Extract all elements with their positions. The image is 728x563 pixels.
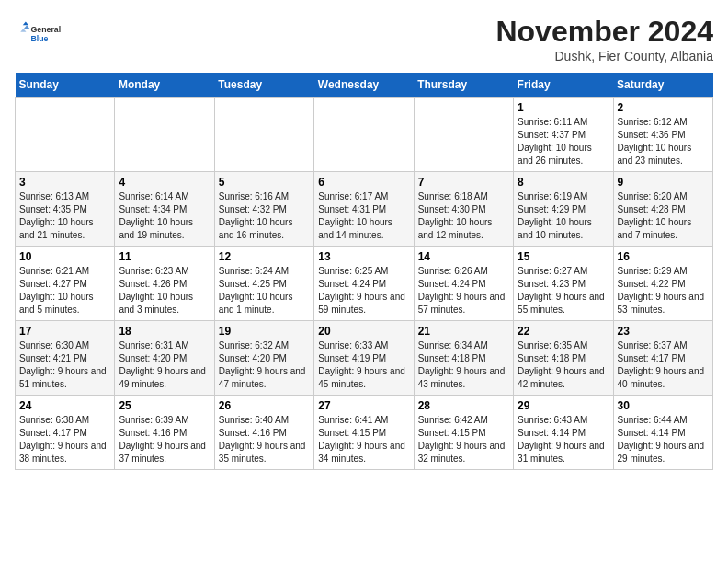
- day-number: 2: [618, 101, 709, 114]
- day-info: Sunrise: 6:17 AM Sunset: 4:31 PM Dayligh…: [318, 190, 409, 242]
- day-number: 6: [318, 176, 409, 189]
- day-cell: [314, 98, 414, 172]
- day-info: Sunrise: 6:21 AM Sunset: 4:27 PM Dayligh…: [19, 265, 110, 316]
- svg-marker-4: [20, 29, 26, 32]
- day-cell: 19Sunrise: 6:32 AM Sunset: 4:20 PM Dayli…: [214, 321, 313, 396]
- day-number: 18: [119, 325, 210, 338]
- day-number: 9: [618, 176, 709, 189]
- day-number: 28: [418, 399, 509, 412]
- day-cell: [414, 98, 513, 172]
- header-sunday: Sunday: [16, 73, 115, 98]
- day-cell: 22Sunrise: 6:35 AM Sunset: 4:18 PM Dayli…: [514, 321, 613, 396]
- day-cell: 3Sunrise: 6:13 AM Sunset: 4:35 PM Daylig…: [16, 172, 115, 247]
- day-cell: 2Sunrise: 6:12 AM Sunset: 4:36 PM Daylig…: [613, 98, 712, 172]
- day-info: Sunrise: 6:31 AM Sunset: 4:20 PM Dayligh…: [119, 339, 210, 391]
- day-number: 3: [19, 176, 110, 189]
- day-info: Sunrise: 6:39 AM Sunset: 4:16 PM Dayligh…: [119, 414, 210, 465]
- day-number: 30: [618, 399, 709, 412]
- day-cell: 17Sunrise: 6:30 AM Sunset: 4:21 PM Dayli…: [16, 321, 115, 396]
- day-info: Sunrise: 6:12 AM Sunset: 4:36 PM Dayligh…: [618, 116, 709, 167]
- header-wednesday: Wednesday: [314, 73, 414, 98]
- day-cell: 10Sunrise: 6:21 AM Sunset: 4:27 PM Dayli…: [16, 247, 115, 321]
- day-number: 23: [618, 325, 709, 338]
- day-cell: 27Sunrise: 6:41 AM Sunset: 4:15 PM Dayli…: [314, 396, 414, 470]
- logo: General Blue: [15, 15, 61, 52]
- day-cell: 9Sunrise: 6:20 AM Sunset: 4:28 PM Daylig…: [613, 172, 712, 247]
- day-cell: 29Sunrise: 6:43 AM Sunset: 4:14 PM Dayli…: [514, 396, 613, 470]
- day-info: Sunrise: 6:20 AM Sunset: 4:28 PM Dayligh…: [618, 190, 709, 242]
- day-cell: [214, 98, 313, 172]
- day-number: 17: [19, 325, 110, 338]
- day-number: 4: [119, 176, 210, 189]
- calendar-subtitle: Dushk, Fier County, Albania: [495, 49, 713, 63]
- day-cell: 4Sunrise: 6:14 AM Sunset: 4:34 PM Daylig…: [115, 172, 214, 247]
- day-cell: 28Sunrise: 6:42 AM Sunset: 4:15 PM Dayli…: [414, 396, 513, 470]
- week-row-4: 24Sunrise: 6:38 AM Sunset: 4:17 PM Dayli…: [16, 396, 713, 470]
- day-info: Sunrise: 6:13 AM Sunset: 4:35 PM Dayligh…: [19, 190, 110, 242]
- day-cell: 21Sunrise: 6:34 AM Sunset: 4:18 PM Dayli…: [414, 321, 513, 396]
- day-info: Sunrise: 6:38 AM Sunset: 4:17 PM Dayligh…: [19, 414, 110, 465]
- day-cell: 14Sunrise: 6:26 AM Sunset: 4:24 PM Dayli…: [414, 247, 513, 321]
- day-cell: 11Sunrise: 6:23 AM Sunset: 4:26 PM Dayli…: [115, 247, 214, 321]
- day-number: 8: [518, 176, 609, 189]
- svg-text:General: General: [31, 25, 62, 34]
- header-row: Sunday Monday Tuesday Wednesday Thursday…: [16, 73, 713, 98]
- day-number: 29: [518, 399, 609, 412]
- day-number: 12: [219, 250, 310, 263]
- day-number: 20: [318, 325, 409, 338]
- day-number: 14: [418, 250, 509, 263]
- day-number: 5: [219, 176, 310, 189]
- day-number: 25: [119, 399, 210, 412]
- day-number: 19: [219, 325, 310, 338]
- header-thursday: Thursday: [414, 73, 513, 98]
- week-row-0: 1Sunrise: 6:11 AM Sunset: 4:37 PM Daylig…: [16, 98, 713, 172]
- day-info: Sunrise: 6:44 AM Sunset: 4:14 PM Dayligh…: [618, 414, 709, 465]
- day-info: Sunrise: 6:37 AM Sunset: 4:17 PM Dayligh…: [618, 339, 709, 391]
- day-info: Sunrise: 6:33 AM Sunset: 4:19 PM Dayligh…: [318, 339, 409, 391]
- week-row-2: 10Sunrise: 6:21 AM Sunset: 4:27 PM Dayli…: [16, 247, 713, 321]
- day-number: 21: [418, 325, 509, 338]
- day-info: Sunrise: 6:42 AM Sunset: 4:15 PM Dayligh…: [418, 414, 509, 465]
- day-info: Sunrise: 6:11 AM Sunset: 4:37 PM Dayligh…: [518, 116, 609, 167]
- day-number: 11: [119, 250, 210, 263]
- day-cell: 13Sunrise: 6:25 AM Sunset: 4:24 PM Dayli…: [314, 247, 414, 321]
- day-cell: 16Sunrise: 6:29 AM Sunset: 4:22 PM Dayli…: [613, 247, 712, 321]
- day-cell: 20Sunrise: 6:33 AM Sunset: 4:19 PM Dayli…: [314, 321, 414, 396]
- week-row-3: 17Sunrise: 6:30 AM Sunset: 4:21 PM Dayli…: [16, 321, 713, 396]
- svg-text:Blue: Blue: [31, 34, 49, 43]
- day-cell: 6Sunrise: 6:17 AM Sunset: 4:31 PM Daylig…: [314, 172, 414, 247]
- header: General Blue November 2024 Dushk, Fier C…: [15, 15, 713, 63]
- day-cell: 18Sunrise: 6:31 AM Sunset: 4:20 PM Dayli…: [115, 321, 214, 396]
- day-info: Sunrise: 6:26 AM Sunset: 4:24 PM Dayligh…: [418, 265, 509, 316]
- day-cell: 12Sunrise: 6:24 AM Sunset: 4:25 PM Dayli…: [214, 247, 313, 321]
- day-number: 1: [518, 101, 609, 114]
- day-cell: 8Sunrise: 6:19 AM Sunset: 4:29 PM Daylig…: [514, 172, 613, 247]
- day-info: Sunrise: 6:40 AM Sunset: 4:16 PM Dayligh…: [219, 414, 310, 465]
- day-number: 27: [318, 399, 409, 412]
- day-info: Sunrise: 6:32 AM Sunset: 4:20 PM Dayligh…: [219, 339, 310, 391]
- day-info: Sunrise: 6:27 AM Sunset: 4:23 PM Dayligh…: [518, 265, 609, 316]
- day-info: Sunrise: 6:18 AM Sunset: 4:30 PM Dayligh…: [418, 190, 509, 242]
- day-cell: 24Sunrise: 6:38 AM Sunset: 4:17 PM Dayli…: [16, 396, 115, 470]
- svg-marker-2: [23, 22, 28, 26]
- calendar-header: Sunday Monday Tuesday Wednesday Thursday…: [16, 73, 713, 98]
- day-info: Sunrise: 6:14 AM Sunset: 4:34 PM Dayligh…: [119, 190, 210, 242]
- day-info: Sunrise: 6:16 AM Sunset: 4:32 PM Dayligh…: [219, 190, 310, 242]
- header-saturday: Saturday: [613, 73, 712, 98]
- day-cell: [115, 98, 214, 172]
- day-number: 22: [518, 325, 609, 338]
- header-tuesday: Tuesday: [214, 73, 313, 98]
- day-cell: 1Sunrise: 6:11 AM Sunset: 4:37 PM Daylig…: [514, 98, 613, 172]
- day-info: Sunrise: 6:29 AM Sunset: 4:22 PM Dayligh…: [618, 265, 709, 316]
- day-cell: 30Sunrise: 6:44 AM Sunset: 4:14 PM Dayli…: [613, 396, 712, 470]
- day-cell: 5Sunrise: 6:16 AM Sunset: 4:32 PM Daylig…: [214, 172, 313, 247]
- day-cell: 23Sunrise: 6:37 AM Sunset: 4:17 PM Dayli…: [613, 321, 712, 396]
- svg-marker-3: [24, 25, 29, 29]
- calendar-title: November 2024: [495, 15, 713, 49]
- day-cell: 25Sunrise: 6:39 AM Sunset: 4:16 PM Dayli…: [115, 396, 214, 470]
- day-number: 15: [518, 250, 609, 263]
- week-row-1: 3Sunrise: 6:13 AM Sunset: 4:35 PM Daylig…: [16, 172, 713, 247]
- day-info: Sunrise: 6:23 AM Sunset: 4:26 PM Dayligh…: [119, 265, 210, 316]
- calendar-table: Sunday Monday Tuesday Wednesday Thursday…: [15, 73, 713, 470]
- day-info: Sunrise: 6:43 AM Sunset: 4:14 PM Dayligh…: [518, 414, 609, 465]
